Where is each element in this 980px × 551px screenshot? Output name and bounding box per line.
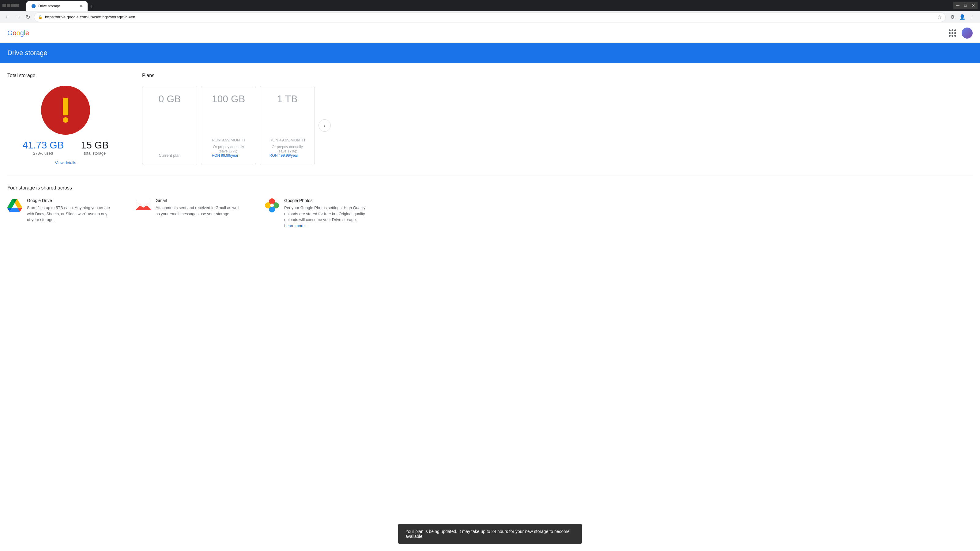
plan-0gb-current: Current plan — [159, 153, 181, 158]
main-content: Total storage 41.73 GB 278% used — [0, 63, 980, 238]
plan-0gb-size: 0 GB — [159, 94, 181, 105]
google-drive-info: Google Drive Store files up to 5TB each.… — [27, 198, 111, 223]
tab-close-button[interactable]: ✕ — [80, 4, 83, 8]
apps-grid-icon — [949, 29, 956, 37]
avatar-image — [962, 27, 973, 38]
gmail-desc: Attachments sent and received in Gmail a… — [156, 205, 240, 217]
toast-notification: Your plan is being updated. It may take … — [398, 524, 582, 544]
svg-point-3 — [270, 203, 274, 207]
google-logo: Google — [7, 29, 29, 37]
plan-1tb-size: 1 TB — [277, 94, 298, 105]
plan-100gb-price: RON 9.99/MONTH — [212, 138, 245, 142]
url-display: https://drive.google.com/u/4/settings/st… — [45, 15, 935, 19]
total-label: total storage — [81, 151, 109, 156]
total-storage-label: Total storage — [7, 73, 124, 78]
google-photos-desc: Per your Google Photos settings, High Qu… — [284, 205, 369, 223]
storage-divider — [71, 140, 73, 151]
used-storage-display: 41.73 GB 278% used — [22, 140, 64, 156]
address-bar[interactable]: 🔒 https://drive.google.com/u/4/settings/… — [34, 12, 946, 22]
logo-text: Google — [7, 29, 29, 37]
tab-favicon: 🔵 — [31, 4, 36, 8]
total-amount: 15 GB — [81, 140, 109, 151]
page-title: Drive storage — [7, 49, 973, 57]
plan-100gb-size: 100 GB — [212, 94, 245, 105]
total-storage-display: 15 GB total storage — [81, 140, 109, 156]
maximize-button[interactable]: □ — [962, 2, 969, 9]
google-drive-desc: Store files up to 5TB each. Anything you… — [27, 205, 111, 223]
google-photos-name: Google Photos — [284, 198, 369, 203]
user-avatar[interactable] — [962, 27, 973, 38]
tab-title: Drive storage — [38, 4, 77, 8]
titlebar: 🔵 Drive storage ✕ + ─ □ ✕ — [0, 0, 980, 11]
back-button[interactable]: ← — [4, 13, 12, 21]
apps-button[interactable] — [947, 27, 958, 38]
service-gmail: Gmail Attachments sent and received in G… — [136, 198, 240, 229]
shared-across-title: Your storage is shared across — [7, 185, 973, 191]
plan-card-1tb[interactable]: 1 TB RON 49.99/MONTH Or prepay annually(… — [260, 86, 315, 165]
plans-row: 0 GB Current plan 100 GB RON 9.99/MONTH … — [142, 86, 973, 165]
minimize-button[interactable]: ─ — [953, 2, 962, 9]
used-percent: 278% used — [22, 151, 64, 156]
window-controls: ─ □ ✕ — [953, 2, 978, 9]
gmail-icon — [136, 198, 151, 213]
gmail-name: Gmail — [156, 198, 240, 203]
nav-right-icons: ⚙ 👤 ⋮ — [948, 13, 976, 21]
learn-more-link[interactable]: Learn more — [284, 224, 304, 228]
header-right — [947, 27, 973, 38]
used-amount: 41.73 GB — [22, 140, 64, 151]
storage-header-banner: Drive storage — [0, 43, 980, 63]
extensions-button[interactable]: ⚙ — [948, 13, 957, 21]
plan-card-100gb[interactable]: 100 GB RON 9.99/MONTH Or prepay annually… — [201, 86, 256, 165]
lock-icon: 🔒 — [38, 15, 43, 19]
google-drive-icon — [7, 198, 22, 213]
google-header: Google — [0, 23, 980, 43]
service-google-photos: Google Photos Per your Google Photos set… — [265, 198, 369, 229]
plans-section: Plans 0 GB Current plan 100 GB RON 9.99/… — [142, 73, 973, 165]
active-tab[interactable]: 🔵 Drive storage ✕ — [26, 1, 88, 11]
shared-across-section: Your storage is shared across — [7, 185, 973, 229]
warning-circle — [41, 86, 90, 135]
plan-card-0gb[interactable]: 0 GB Current plan — [142, 86, 197, 165]
storage-section: Total storage 41.73 GB 278% used — [7, 73, 124, 165]
plans-next-button[interactable]: › — [318, 119, 331, 132]
plan-1tb-price: RON 49.99/MONTH — [269, 138, 305, 142]
plan-1tb-prepay-link[interactable]: RON 499.99/year — [269, 153, 305, 158]
browser-chrome: 🔵 Drive storage ✕ + ─ □ ✕ ← → ↻ 🔒 https:… — [0, 0, 980, 23]
plan-100gb-prepay-link[interactable]: RON 99.99/year — [212, 153, 245, 158]
gmail-info: Gmail Attachments sent and received in G… — [156, 198, 240, 217]
google-drive-name: Google Drive — [27, 198, 111, 203]
google-photos-icon — [265, 198, 279, 213]
forward-button[interactable]: → — [14, 13, 22, 21]
tabs-bar: 🔵 Drive storage ✕ + — [24, 0, 951, 11]
page-content: Google Drive storage Total storage — [0, 23, 980, 238]
bookmark-icon[interactable]: ☆ — [937, 14, 942, 20]
menu-button[interactable]: ⋮ — [968, 13, 976, 21]
storage-numbers: 41.73 GB 278% used 15 GB total storage — [22, 140, 109, 156]
profile-button[interactable]: 👤 — [958, 13, 967, 21]
toast-message: Your plan is being updated. It may take … — [406, 529, 570, 539]
reload-button[interactable]: ↻ — [24, 13, 32, 22]
service-google-drive: Google Drive Store files up to 5TB each.… — [7, 198, 111, 229]
close-button[interactable]: ✕ — [969, 2, 978, 9]
content-row: Total storage 41.73 GB 278% used — [7, 73, 973, 175]
services-row: Google Drive Store files up to 5TB each.… — [7, 198, 973, 229]
navigation-bar: ← → ↻ 🔒 https://drive.google.com/u/4/set… — [0, 11, 980, 23]
storage-visual: 41.73 GB 278% used 15 GB total storage V… — [7, 86, 124, 165]
exclamation-icon — [63, 98, 68, 123]
plans-label: Plans — [142, 73, 973, 78]
plan-1tb-prepay-text: Or prepay annually(save 17%): — [269, 145, 305, 153]
view-details-link[interactable]: View details — [55, 160, 76, 165]
plan-100gb-prepay-text: Or prepay annually(save 17%): — [212, 145, 245, 153]
google-photos-info: Google Photos Per your Google Photos set… — [284, 198, 369, 229]
new-tab-button[interactable]: + — [88, 3, 96, 10]
